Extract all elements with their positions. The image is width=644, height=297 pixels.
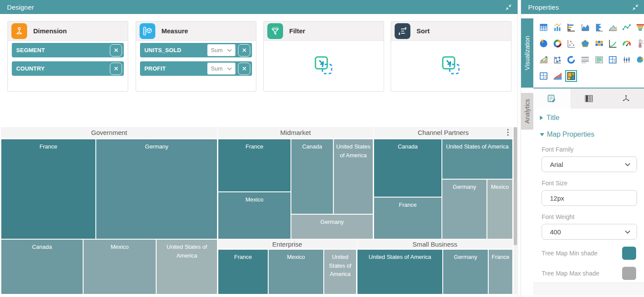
measure-card: Measure UNITS_SOLDSumPROFITSum: [136, 21, 256, 92]
treemap-cell[interactable]: France: [218, 249, 268, 294]
min-shade-label: Tree Map Min shade: [542, 250, 598, 257]
filter-icon: [267, 23, 283, 39]
aggregation-value: Sum: [211, 47, 223, 53]
tab-visualization[interactable]: Visualization: [521, 18, 533, 88]
filter-drop-zone[interactable]: [264, 44, 384, 88]
treemap-chart-icon[interactable]: [565, 70, 577, 82]
doughnut-chart-icon[interactable]: [552, 38, 564, 50]
treemap-cell[interactable]: Canada: [291, 139, 333, 214]
treemap-cell[interactable]: Germany: [442, 179, 487, 239]
thermometer-chart-icon[interactable]: [634, 38, 644, 50]
treemap-cell[interactable]: Mexico: [268, 249, 324, 294]
treemap-cell[interactable]: Germany: [96, 139, 217, 239]
range-area-chart-icon[interactable]: [593, 21, 605, 33]
pivot-grid-2-icon[interactable]: [538, 70, 550, 82]
filter-card: Filter: [263, 21, 384, 92]
treemap-cell[interactable]: United States of America: [333, 139, 373, 214]
heatmap-chart-icon[interactable]: [593, 38, 605, 50]
treemap-cell[interactable]: Canada: [1, 239, 83, 294]
curve-chart-icon[interactable]: [607, 38, 619, 50]
tab-visualization-label: Visualization: [524, 36, 531, 70]
treemap-cell[interactable]: France: [488, 249, 513, 294]
field-chip[interactable]: UNITS_SOLDSum: [140, 43, 252, 57]
treemap-section-label: Small Business: [413, 240, 458, 248]
min-shade-swatch[interactable]: [622, 247, 636, 260]
font-size-input[interactable]: 12px: [542, 190, 637, 206]
connected-scatter-chart-icon[interactable]: [552, 54, 564, 66]
treemap-scrollbar[interactable]: [514, 127, 517, 294]
tab-analytics[interactable]: Analytics: [521, 93, 533, 130]
combo-chart-icon[interactable]: [552, 21, 564, 33]
field-chip[interactable]: SEGMENT: [12, 43, 124, 57]
sub-tab-grid-tab[interactable]: [570, 88, 608, 109]
data-grid-icon[interactable]: [538, 21, 550, 33]
pivot-grid-icon[interactable]: [607, 54, 619, 66]
polygon-chart-icon[interactable]: [579, 38, 591, 50]
treemap-cell[interactable]: Germany: [443, 249, 488, 294]
properties-panel: Properties Visualization Analytics Title…: [521, 0, 644, 297]
treemap-cell[interactable]: France: [1, 139, 96, 239]
font-size-label: Font Size: [542, 180, 644, 187]
scrollbar-thumb[interactable]: [514, 127, 517, 245]
chevron-down-icon: [540, 133, 544, 136]
treemap-cell[interactable]: Canada: [374, 139, 442, 197]
field-chip-label: COUNTRY: [16, 65, 110, 72]
font-family-select[interactable]: Arial: [542, 156, 637, 172]
dimension-card-title: Dimension: [33, 27, 67, 35]
treemap-section-label: Channel Partners: [418, 129, 469, 136]
treemap-cell[interactable]: United States of America: [442, 139, 513, 179]
treemap-cell-label: Mexico: [245, 196, 263, 203]
field-chip[interactable]: PROFITSum: [140, 61, 252, 76]
collapse-icon: [632, 4, 639, 11]
treemap-section-label: Enterprise: [272, 240, 302, 248]
grid-list-icon[interactable]: [593, 54, 605, 66]
treemap-cell-label: Germany: [320, 219, 343, 225]
map-properties-section-toggle[interactable]: Map Properties: [540, 131, 644, 138]
max-shade-swatch[interactable]: [622, 267, 636, 280]
properties-collapse-button[interactable]: [631, 3, 639, 11]
pie-chart-icon[interactable]: [538, 38, 550, 50]
line-dot-chart-icon[interactable]: [621, 21, 633, 33]
treemap-cell[interactable]: France: [374, 197, 442, 239]
map-chart-icon[interactable]: [634, 54, 644, 66]
treemap-cell[interactable]: United States of America: [156, 239, 217, 294]
sub-tab-properties-tab[interactable]: [533, 88, 570, 109]
remove-field-button[interactable]: [238, 44, 250, 57]
treemap-cell[interactable]: United States of America: [324, 249, 357, 294]
area-chart-icon[interactable]: [579, 21, 591, 33]
aggregation-select[interactable]: Sum: [207, 63, 235, 74]
treemap-section-header: Channel Partners: [374, 127, 513, 138]
multi-area-chart-icon[interactable]: [552, 70, 564, 82]
ring-chart-icon[interactable]: [565, 54, 577, 66]
sub-tab-axis-tab[interactable]: [607, 88, 644, 109]
remove-field-button[interactable]: [110, 44, 122, 57]
box-whisker-chart-icon[interactable]: [621, 54, 633, 66]
treemap-cell-label: France: [245, 143, 263, 150]
treemap-cell[interactable]: Mexico: [487, 179, 513, 239]
title-section-toggle[interactable]: Title: [540, 114, 644, 122]
font-weight-select[interactable]: 400: [542, 224, 637, 240]
spline-area-chart-icon[interactable]: [607, 21, 619, 33]
treemap-section-header: Small Business: [357, 239, 513, 249]
treemap-cell[interactable]: France: [218, 139, 291, 192]
pivot-table-icon[interactable]: [579, 54, 591, 66]
treemap-cell[interactable]: United States of America: [357, 249, 443, 294]
treemap-cell[interactable]: Mexico: [83, 239, 156, 294]
aggregation-select[interactable]: Sum: [207, 44, 235, 56]
treemap-cell[interactable]: Mexico: [218, 192, 291, 239]
scatter-chart-icon[interactable]: [565, 38, 577, 50]
font-weight-value: 400: [550, 228, 561, 236]
remove-field-button[interactable]: [238, 63, 250, 75]
remove-field-button[interactable]: [110, 63, 122, 75]
treemap-cell-label: Mexico: [287, 254, 305, 260]
drop-target-icon: [312, 54, 336, 78]
gauge-chart-icon[interactable]: [621, 38, 633, 50]
kebab-menu-icon[interactable]: [507, 129, 509, 137]
sort-drop-zone[interactable]: [391, 44, 511, 88]
stacked-area-chart-icon[interactable]: [538, 54, 550, 66]
field-chip[interactable]: COUNTRY: [12, 61, 124, 76]
funnel-chart-icon[interactable]: [634, 21, 644, 33]
designer-collapse-button[interactable]: [504, 3, 512, 11]
treemap-cell[interactable]: Germany: [291, 214, 373, 239]
bar-chart-icon[interactable]: [565, 21, 577, 33]
